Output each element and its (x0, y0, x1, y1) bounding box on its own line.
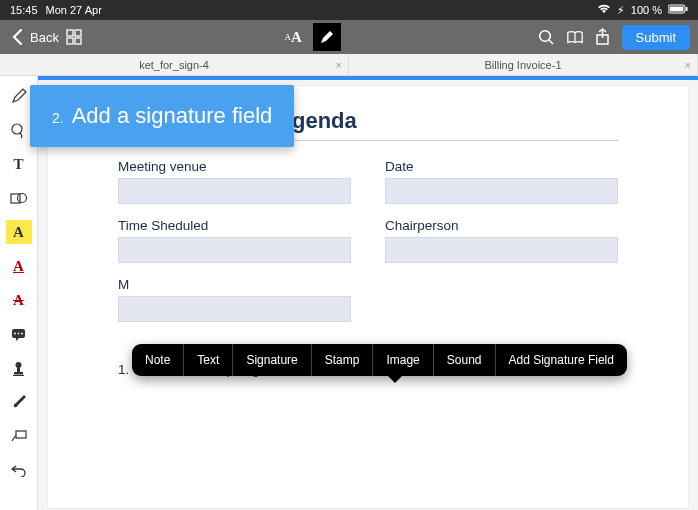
app-toolbar: Back AA Submit (0, 20, 698, 54)
cm-text[interactable]: Text (184, 344, 233, 376)
callout-number: 2. (52, 110, 64, 126)
back-label: Back (30, 30, 59, 45)
callout-text: Add a signature field (72, 103, 273, 129)
pen-tool[interactable] (6, 84, 32, 108)
annotate-mode[interactable] (313, 23, 341, 51)
tab-label: ket_for_sign-4 (139, 59, 209, 71)
tab-0[interactable]: ket_for_sign-4 × (0, 54, 349, 75)
field-label-venue: Meeting venue (118, 159, 351, 174)
svg-rect-4 (75, 30, 81, 36)
stamp-tool[interactable] (6, 356, 32, 380)
svg-rect-5 (67, 38, 73, 44)
battery-icon (668, 4, 688, 16)
field-input-partial[interactable] (118, 296, 351, 322)
status-date: Mon 27 Apr (46, 4, 102, 16)
field-label-partial: M (118, 277, 351, 292)
cm-note[interactable]: Note (132, 344, 184, 376)
tab-label: Billing Invoice-1 (484, 59, 561, 71)
svg-rect-22 (16, 431, 26, 438)
charging-icon: ⚡︎ (617, 4, 625, 17)
loading-progress (38, 76, 698, 80)
lasso-tool[interactable] (6, 118, 32, 142)
book-icon[interactable] (566, 28, 584, 46)
svg-line-8 (549, 40, 553, 44)
svg-rect-19 (17, 367, 20, 372)
underline-tool[interactable]: A (6, 254, 32, 278)
back-button[interactable]: Back (8, 28, 59, 46)
submit-button[interactable]: Submit (622, 25, 690, 50)
tutorial-callout: 2. Add a signature field (30, 85, 294, 147)
svg-rect-1 (670, 7, 684, 12)
tab-1[interactable]: Billing Invoice-1 × (349, 54, 698, 75)
field-label-chair: Chairperson (385, 218, 618, 233)
text-tool[interactable]: T (6, 152, 32, 176)
cm-sound[interactable]: Sound (434, 344, 496, 376)
wifi-icon (597, 4, 611, 16)
svg-point-7 (540, 30, 551, 41)
document-tabs: ket_for_sign-4 × Billing Invoice-1 × (0, 54, 698, 76)
cm-signature[interactable]: Signature (233, 344, 311, 376)
field-label-date: Date (385, 159, 618, 174)
svg-rect-2 (686, 7, 688, 11)
shape-tool[interactable] (6, 186, 32, 210)
field-label-time: Time Sheduled (118, 218, 351, 233)
brush-tool[interactable] (6, 390, 32, 414)
svg-point-17 (21, 332, 23, 334)
svg-point-16 (18, 332, 20, 334)
note-tool[interactable] (6, 322, 32, 346)
context-menu: Note Text Signature Stamp Image Sound Ad… (132, 344, 627, 376)
undo-tool[interactable] (6, 458, 32, 482)
cm-stamp[interactable]: Stamp (312, 344, 374, 376)
chevron-left-icon (8, 28, 26, 46)
status-time: 15:45 (10, 4, 38, 16)
field-input-venue[interactable] (118, 178, 351, 204)
cm-add-signature-field[interactable]: Add Signature Field (496, 344, 627, 376)
grid-icon[interactable] (65, 28, 83, 46)
svg-point-11 (12, 124, 22, 134)
svg-rect-6 (75, 38, 81, 44)
svg-point-13 (18, 193, 27, 202)
highlight-tool[interactable]: A (6, 220, 32, 244)
field-input-chair[interactable] (385, 237, 618, 263)
document-page[interactable]: Board Meeting Agenda Meeting venue Date … (48, 86, 688, 508)
text-size-mode[interactable]: AA (279, 23, 307, 51)
strikeout-tool[interactable]: A (6, 288, 32, 312)
svg-point-15 (14, 332, 16, 334)
search-icon[interactable] (538, 28, 556, 46)
field-input-date[interactable] (385, 178, 618, 204)
close-icon[interactable]: × (685, 59, 691, 71)
status-battery-pct: 100 % (631, 4, 662, 16)
callout-tool[interactable] (6, 424, 32, 448)
svg-rect-3 (67, 30, 73, 36)
share-icon[interactable] (594, 28, 612, 46)
svg-rect-20 (14, 372, 23, 375)
cm-image[interactable]: Image (373, 344, 433, 376)
field-input-time[interactable] (118, 237, 351, 263)
ipad-status-bar: 15:45 Mon 27 Apr ⚡︎ 100 % (0, 0, 698, 20)
close-icon[interactable]: × (336, 59, 342, 71)
